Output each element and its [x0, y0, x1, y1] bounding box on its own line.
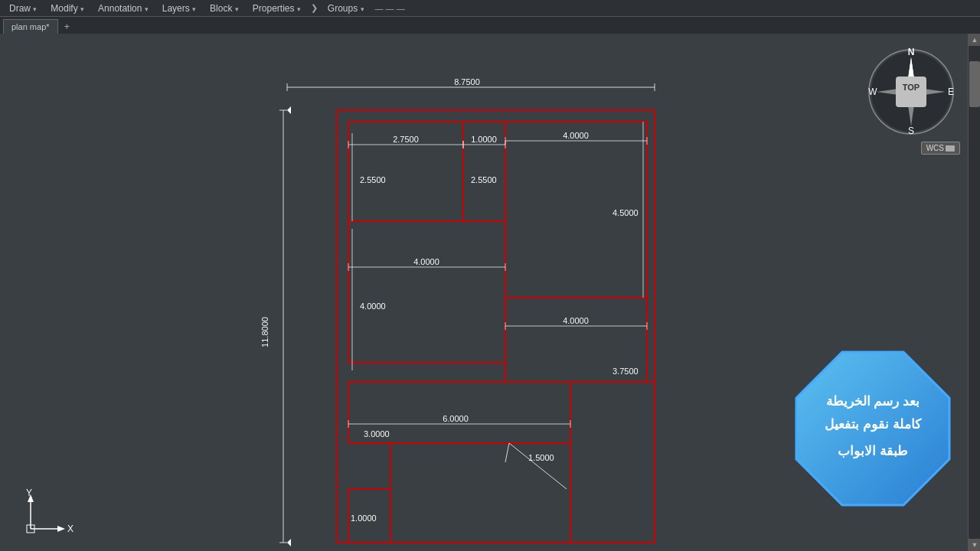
svg-text:4.0000: 4.0000 [360, 302, 386, 311]
wcs-indicator [946, 145, 955, 152]
properties-arrow: ▾ [297, 5, 301, 13]
svg-text:N: N [908, 47, 915, 57]
svg-text:8.7500: 8.7500 [454, 77, 480, 86]
svg-rect-65 [896, 77, 926, 107]
scrollbar-right[interactable]: ▲ ▼ [968, 34, 980, 551]
menu-properties[interactable]: Properties ▾ [247, 2, 307, 15]
svg-text:4.0000: 4.0000 [563, 131, 589, 140]
svg-rect-15 [570, 382, 655, 543]
svg-text:11.8000: 11.8000 [260, 317, 270, 347]
svg-text:3.0000: 3.0000 [364, 429, 390, 439]
scroll-thumb[interactable] [969, 61, 980, 107]
menu-block[interactable]: Block ▾ [204, 2, 245, 15]
svg-text:بعد رسم الخريطة: بعد رسم الخريطة [826, 394, 920, 409]
groups-arrow: ▾ [361, 5, 364, 13]
menu-bar: Draw ▾ Modify ▾ Annotation ▾ Layers ▾ Bl… [0, 0, 980, 17]
tab-bar: plan map* + [0, 17, 980, 34]
svg-text:6.0000: 6.0000 [443, 414, 469, 423]
svg-rect-12 [348, 221, 505, 363]
svg-text:4.0000: 4.0000 [563, 316, 589, 325]
svg-text:S: S [908, 126, 914, 136]
compass-rose: TOP N S W E [865, 46, 957, 138]
svg-text:W: W [868, 86, 877, 97]
svg-text:TOP: TOP [903, 83, 920, 92]
layers-arrow: ▾ [192, 5, 196, 13]
svg-text:2.7500: 2.7500 [393, 135, 419, 144]
wcs-label: WCS [926, 144, 944, 152]
annotation-arrow: ▾ [145, 5, 149, 13]
svg-text:1.5000: 1.5000 [528, 453, 554, 462]
svg-text:X: X [67, 523, 74, 534]
svg-text:2.5500: 2.5500 [471, 175, 497, 184]
svg-text:1.0000: 1.0000 [471, 135, 497, 144]
menu-modify[interactable]: Modify ▾ [44, 2, 90, 15]
svg-text:3.7500: 3.7500 [612, 367, 639, 376]
scroll-up-button[interactable]: ▲ [969, 34, 980, 46]
menu-separator-icon: ❯ [309, 3, 320, 13]
svg-text:4.5000: 4.5000 [612, 208, 639, 217]
coordinate-display: Y X [15, 487, 107, 543]
svg-marker-79 [57, 526, 65, 532]
menu-groups[interactable]: Groups ▾ [322, 2, 371, 15]
wcs-button[interactable]: WCS [921, 142, 960, 155]
toolbar-right-icons: — — — [375, 4, 405, 13]
svg-text:طبقة الابواب: طبقة الابواب [838, 444, 908, 459]
svg-text:2.5500: 2.5500 [360, 175, 386, 184]
svg-text:كاملة نقوم بتفعيل: كاملة نقوم بتفعيل [825, 417, 921, 432]
draw-arrow: ▾ [33, 5, 37, 13]
svg-text:Y: Y [26, 487, 32, 498]
menu-draw[interactable]: Draw ▾ [3, 2, 43, 15]
svg-text:E: E [948, 86, 954, 97]
svg-text:4.0000: 4.0000 [413, 257, 439, 266]
tab-add-button[interactable]: + [60, 19, 75, 34]
modify-arrow: ▾ [80, 5, 84, 13]
scroll-down-button[interactable]: ▼ [969, 539, 980, 551]
svg-text:1.0000: 1.0000 [351, 514, 377, 523]
annotation-octagon: بعد رسم الخريطة كاملة نقوم بتفعيل طبقة ا… [789, 344, 957, 513]
svg-marker-56 [287, 106, 291, 114]
block-arrow: ▾ [235, 5, 239, 13]
menu-annotation[interactable]: Annotation ▾ [92, 2, 155, 15]
svg-marker-57 [287, 539, 291, 546]
menu-layers[interactable]: Layers ▾ [156, 2, 202, 15]
tab-planmap[interactable]: plan map* [3, 19, 58, 34]
